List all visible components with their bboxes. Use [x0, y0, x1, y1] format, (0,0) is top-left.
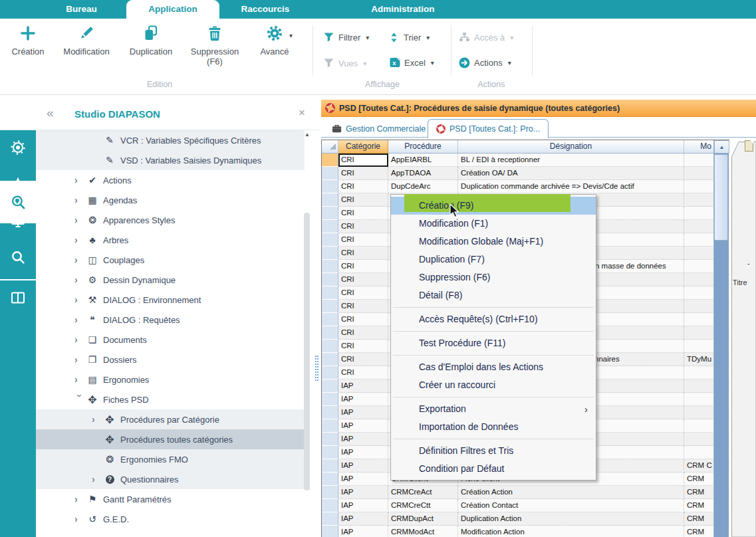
cell-categorie[interactable]: IAP — [338, 419, 388, 433]
cell-mo[interactable] — [684, 446, 714, 459]
cell-categorie[interactable]: CRI — [338, 313, 388, 326]
row-selector[interactable] — [322, 406, 338, 419]
cell-categorie[interactable]: CRI — [338, 154, 388, 167]
chevron-right-icon[interactable]: › — [74, 514, 85, 524]
cell-categorie[interactable]: CRI — [338, 353, 388, 366]
row-selector[interactable] — [322, 446, 338, 459]
cell-mo[interactable] — [684, 406, 714, 419]
row-selector[interactable] — [322, 459, 338, 473]
context-menu-item[interactable]: Modification Globale (Maj+F1) › — [391, 233, 596, 251]
cell-categorie[interactable]: CRI — [338, 167, 388, 180]
table-row[interactable]: CRI AppEIARBL BL / EDI à receptionner — [322, 154, 729, 167]
cell-mo[interactable] — [684, 393, 714, 406]
chevron-down-icon[interactable]: ▾ — [431, 59, 434, 66]
tree-item[interactable]: › ◫ Couplages — [36, 250, 305, 270]
table-row[interactable]: CRI AppTDAOA Création OA/ DA — [322, 167, 729, 180]
chevron-right-icon[interactable]: › — [74, 195, 85, 205]
cell-categorie[interactable]: CRI — [338, 207, 388, 220]
cell-mo[interactable] — [684, 180, 714, 193]
context-menu-item[interactable]: Importation de Données › — [391, 418, 596, 436]
row-selector[interactable] — [322, 353, 338, 366]
cell-designation[interactable]: Création OA/ DA — [458, 167, 684, 180]
row-selector[interactable] — [322, 433, 338, 446]
cell-mo[interactable]: TDyMu — [684, 353, 714, 366]
chevron-right-icon[interactable]: › — [74, 235, 85, 245]
sidebar-item-couplage[interactable] — [0, 280, 36, 316]
column-header-procedure[interactable]: Procédure — [388, 140, 458, 154]
context-menu-item[interactable]: Suppression (F6) › — [391, 268, 596, 286]
chevron-right-icon[interactable]: › — [74, 374, 85, 385]
row-selector[interactable] — [322, 526, 338, 537]
tree-item[interactable]: › ✎ VSD : Variables Saisies Dynamiques — [36, 150, 305, 170]
table-row[interactable]: IAP CRMModAct Modification Action CRM — [322, 526, 729, 537]
avance-button[interactable]: ▾ Avancé — [254, 23, 295, 56]
cell-mo[interactable] — [684, 366, 714, 379]
row-selector[interactable] — [322, 366, 338, 379]
chevron-down-icon[interactable]: ▾ — [426, 34, 430, 41]
cell-categorie[interactable]: IAP — [338, 379, 388, 393]
row-selector[interactable] — [322, 207, 338, 220]
chevron-right-icon[interactable]: › — [74, 294, 85, 305]
cell-categorie[interactable]: CRI — [338, 340, 388, 353]
cell-mo[interactable] — [684, 419, 714, 433]
cell-mo[interactable] — [684, 340, 714, 353]
tree-item[interactable]: › ? Questionnaires — [36, 469, 305, 489]
row-selector[interactable] — [322, 286, 338, 300]
cell-mo[interactable]: CRM — [684, 512, 714, 526]
scroll-up-button[interactable]: ▲ — [714, 140, 729, 154]
table-row[interactable]: IAP CRMCreAct Création Action CRM — [322, 486, 729, 499]
cell-mo[interactable] — [684, 260, 714, 273]
column-header-designation[interactable]: Désignation — [458, 140, 684, 154]
splitter-handle[interactable] — [315, 356, 318, 381]
cell-mo[interactable]: CRM — [684, 486, 714, 499]
tree-item[interactable]: › ✥ Procédures par Catégorie — [36, 409, 305, 429]
cell-categorie[interactable]: IAP — [338, 526, 388, 537]
context-menu-item[interactable]: Détail (F8) › — [391, 286, 596, 304]
context-menu-item[interactable]: Cas d'Emploi dans les Actions › — [391, 358, 596, 376]
cell-categorie[interactable]: CRI — [338, 366, 388, 379]
tree-item[interactable]: › ✔ Actions — [36, 170, 305, 190]
chevron-right-icon[interactable]: › — [74, 354, 85, 365]
tree-item[interactable]: › ❂ Apparences Styles — [36, 210, 305, 230]
tree-item[interactable]: › ▦ Agendas — [36, 190, 305, 210]
row-selector[interactable] — [322, 247, 338, 260]
context-menu-item[interactable]: › — [391, 352, 596, 358]
context-menu-item[interactable]: Test Procédure (F11) › — [391, 334, 596, 352]
cell-categorie[interactable]: IAP — [338, 499, 388, 512]
cell-categorie[interactable]: IAP — [338, 486, 388, 499]
cell-mo[interactable] — [684, 207, 714, 220]
row-selector[interactable] — [322, 154, 338, 167]
chevron-right-icon[interactable]: › — [74, 394, 85, 405]
chevron-right-icon[interactable]: › — [74, 175, 85, 185]
cell-mo[interactable] — [684, 220, 714, 233]
tree-item[interactable]: › ❝ DIALOG : Requêtes — [36, 310, 305, 330]
cell-mo[interactable]: CRM — [684, 473, 714, 486]
trier-button[interactable]: Trier ▾ — [388, 32, 430, 43]
cell-designation[interactable]: Modification Action — [458, 526, 684, 537]
cell-categorie[interactable]: CRI — [338, 180, 388, 193]
cell-mo[interactable] — [684, 286, 714, 300]
cell-mo[interactable]: CRM — [684, 499, 714, 512]
row-selector[interactable] — [322, 486, 338, 499]
cell-mo[interactable] — [684, 379, 714, 393]
cell-categorie[interactable]: CRI — [338, 233, 388, 247]
scrollbar-thumb[interactable] — [714, 154, 728, 241]
row-selector[interactable] — [322, 379, 338, 393]
row-selector[interactable] — [322, 180, 338, 193]
cell-categorie[interactable]: CRI — [338, 193, 388, 207]
cell-procedure[interactable]: CRMModAct — [388, 526, 458, 537]
row-selector[interactable] — [322, 419, 338, 433]
tree-scrollbar[interactable] — [304, 213, 310, 490]
cell-mo[interactable] — [684, 233, 714, 247]
context-menu-item[interactable]: › — [391, 436, 596, 442]
tree-item[interactable]: › ✎ VCR : Variables Spécifiques Critères — [36, 130, 305, 150]
cell-categorie[interactable]: IAP — [338, 433, 388, 446]
context-menu-item[interactable]: › — [391, 394, 596, 400]
row-selector[interactable] — [322, 233, 338, 247]
cell-mo[interactable] — [684, 167, 714, 180]
cell-categorie[interactable]: IAP — [338, 473, 388, 486]
cell-mo[interactable]: CRM C — [684, 459, 714, 473]
chevron-right-icon[interactable]: › — [74, 334, 85, 345]
suppression-button[interactable]: Suppression(F6) — [184, 23, 246, 66]
tree-scroll-up-icon[interactable]: ▲ — [305, 132, 310, 138]
